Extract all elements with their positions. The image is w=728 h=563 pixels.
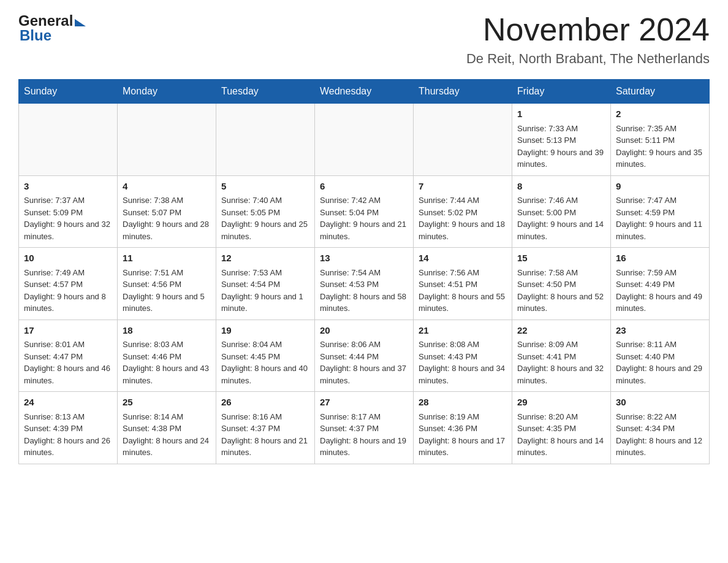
day-number: 18: [123, 324, 211, 338]
day-number: 16: [616, 251, 704, 266]
calendar-day: 4Sunrise: 7:38 AMSunset: 5:07 PMDaylight…: [118, 175, 216, 248]
weekday-header-tuesday: Tuesday: [216, 80, 315, 104]
calendar-table: SundayMondayTuesdayWednesdayThursdayFrid…: [18, 79, 710, 464]
calendar-day: 15Sunrise: 7:58 AMSunset: 4:50 PMDayligh…: [512, 248, 611, 320]
calendar-day: 29Sunrise: 8:20 AMSunset: 4:35 PMDayligh…: [512, 392, 611, 464]
calendar-day: 17Sunrise: 8:01 AMSunset: 4:47 PMDayligh…: [19, 320, 118, 392]
calendar-day: 3Sunrise: 7:37 AMSunset: 5:09 PMDaylight…: [19, 175, 118, 248]
calendar-day: 20Sunrise: 8:06 AMSunset: 4:44 PMDayligh…: [315, 320, 414, 392]
calendar-day: 1Sunrise: 7:33 AMSunset: 5:13 PMDaylight…: [512, 104, 611, 176]
calendar-day: 18Sunrise: 8:03 AMSunset: 4:46 PMDayligh…: [118, 320, 216, 392]
day-number: 27: [320, 396, 408, 410]
day-number: 4: [123, 180, 211, 194]
calendar-day: 30Sunrise: 8:22 AMSunset: 4:34 PMDayligh…: [611, 392, 710, 464]
calendar-day: 11Sunrise: 7:51 AMSunset: 4:56 PMDayligh…: [118, 248, 216, 320]
logo: General Blue: [18, 12, 86, 44]
calendar-day: [315, 104, 414, 176]
weekday-header-sunday: Sunday: [19, 80, 118, 104]
calendar-day: 19Sunrise: 8:04 AMSunset: 4:45 PMDayligh…: [216, 320, 315, 392]
calendar-day: 24Sunrise: 8:13 AMSunset: 4:39 PMDayligh…: [19, 392, 118, 464]
day-number: 5: [221, 180, 309, 194]
calendar-day: [414, 104, 512, 176]
day-number: 19: [221, 324, 309, 338]
day-number: 21: [419, 324, 507, 338]
day-number: 28: [419, 396, 507, 410]
weekday-header-thursday: Thursday: [414, 80, 512, 104]
month-title: November 2024: [466, 12, 710, 47]
day-number: 17: [24, 324, 112, 338]
weekday-header-friday: Friday: [512, 80, 611, 104]
calendar-day: 8Sunrise: 7:46 AMSunset: 5:00 PMDaylight…: [512, 175, 611, 248]
day-number: 9: [616, 180, 704, 194]
calendar-day: [216, 104, 315, 176]
calendar-day: 6Sunrise: 7:42 AMSunset: 5:04 PMDaylight…: [315, 175, 414, 248]
weekday-header-monday: Monday: [118, 80, 216, 104]
calendar-day: [118, 104, 216, 176]
weekday-header-wednesday: Wednesday: [315, 80, 414, 104]
day-number: 1: [517, 107, 605, 121]
day-number: 8: [517, 180, 605, 194]
day-number: 15: [517, 251, 605, 266]
calendar-day: 16Sunrise: 7:59 AMSunset: 4:49 PMDayligh…: [611, 248, 710, 320]
day-number: 30: [616, 396, 704, 410]
weekday-header-saturday: Saturday: [611, 80, 710, 104]
title-section: November 2024 De Reit, North Brabant, Th…: [466, 12, 710, 67]
day-number: 11: [123, 251, 211, 266]
day-number: 29: [517, 396, 605, 410]
day-number: 10: [24, 251, 112, 266]
location-title: De Reit, North Brabant, The Netherlands: [466, 51, 710, 67]
calendar-day: 5Sunrise: 7:40 AMSunset: 5:05 PMDaylight…: [216, 175, 315, 248]
header: General Blue November 2024 De Reit, Nort…: [18, 12, 710, 67]
day-number: 7: [419, 180, 507, 194]
calendar-day: 13Sunrise: 7:54 AMSunset: 4:53 PMDayligh…: [315, 248, 414, 320]
calendar-day: 7Sunrise: 7:44 AMSunset: 5:02 PMDaylight…: [414, 175, 512, 248]
day-number: 24: [24, 396, 112, 410]
calendar-day: 21Sunrise: 8:08 AMSunset: 4:43 PMDayligh…: [414, 320, 512, 392]
calendar-day: 12Sunrise: 7:53 AMSunset: 4:54 PMDayligh…: [216, 248, 315, 320]
calendar-week-row: 17Sunrise: 8:01 AMSunset: 4:47 PMDayligh…: [19, 320, 710, 392]
day-number: 26: [221, 396, 309, 410]
day-number: 20: [320, 324, 408, 338]
day-number: 13: [320, 251, 408, 266]
day-number: 12: [221, 251, 309, 266]
day-number: 22: [517, 324, 605, 338]
calendar-day: 22Sunrise: 8:09 AMSunset: 4:41 PMDayligh…: [512, 320, 611, 392]
calendar-day: 28Sunrise: 8:19 AMSunset: 4:36 PMDayligh…: [414, 392, 512, 464]
day-number: 6: [320, 180, 408, 194]
calendar-day: 26Sunrise: 8:16 AMSunset: 4:37 PMDayligh…: [216, 392, 315, 464]
day-number: 23: [616, 324, 704, 338]
day-number: 14: [419, 251, 507, 266]
weekday-header-row: SundayMondayTuesdayWednesdayThursdayFrid…: [19, 80, 710, 104]
calendar-week-row: 3Sunrise: 7:37 AMSunset: 5:09 PMDaylight…: [19, 175, 710, 248]
calendar-day: 2Sunrise: 7:35 AMSunset: 5:11 PMDaylight…: [611, 104, 710, 176]
calendar-day: [19, 104, 118, 176]
calendar-day: 14Sunrise: 7:56 AMSunset: 4:51 PMDayligh…: [414, 248, 512, 320]
calendar-day: 10Sunrise: 7:49 AMSunset: 4:57 PMDayligh…: [19, 248, 118, 320]
calendar-day: 27Sunrise: 8:17 AMSunset: 4:37 PMDayligh…: [315, 392, 414, 464]
calendar-week-row: 24Sunrise: 8:13 AMSunset: 4:39 PMDayligh…: [19, 392, 710, 464]
day-number: 2: [616, 107, 704, 121]
calendar-day: 9Sunrise: 7:47 AMSunset: 4:59 PMDaylight…: [611, 175, 710, 248]
calendar-body: 1Sunrise: 7:33 AMSunset: 5:13 PMDaylight…: [19, 104, 710, 464]
calendar-day: 23Sunrise: 8:11 AMSunset: 4:40 PMDayligh…: [611, 320, 710, 392]
calendar-week-row: 1Sunrise: 7:33 AMSunset: 5:13 PMDaylight…: [19, 104, 710, 176]
day-number: 25: [123, 396, 211, 410]
logo-blue-text: Blue: [20, 27, 51, 44]
calendar-day: 25Sunrise: 8:14 AMSunset: 4:38 PMDayligh…: [118, 392, 216, 464]
logo-arrow-icon: [75, 19, 86, 26]
calendar-week-row: 10Sunrise: 7:49 AMSunset: 4:57 PMDayligh…: [19, 248, 710, 320]
day-number: 3: [24, 180, 112, 194]
